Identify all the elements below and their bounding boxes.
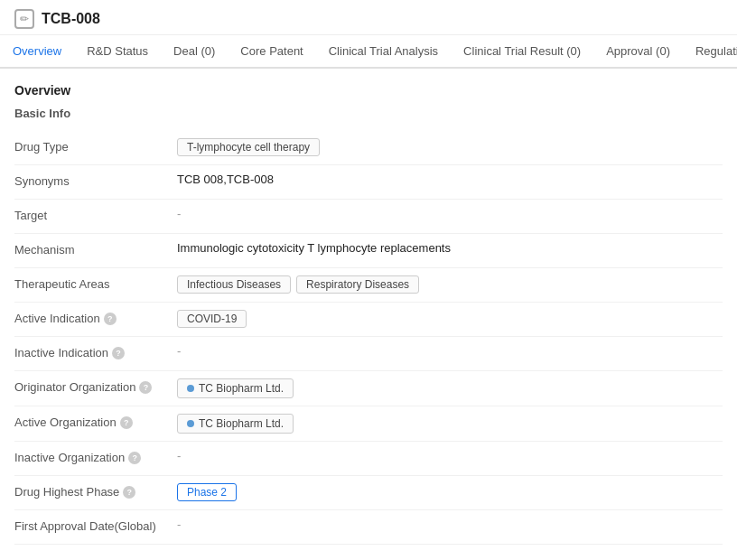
field-value-drug-highest-phase: Phase 2 — [177, 483, 723, 501]
info-row-active-org: Active Organization?TC Biopharm Ltd. — [14, 406, 723, 442]
info-row-synonyms: SynonymsTCB 008,TCB-008 — [14, 165, 723, 200]
nav-tabs: OverviewR&D StatusDeal (0)Core PatentCli… — [0, 35, 737, 69]
tab-core-patent[interactable]: Core Patent — [228, 35, 315, 69]
org-tag-originator-org: TC Biopharm Ltd. — [177, 378, 294, 398]
info-row-originator-org: Originator Organization?TC Biopharm Ltd. — [14, 371, 723, 406]
field-label-drug-type: Drug Type — [14, 138, 177, 154]
tag-drug-type: T-lymphocyte cell therapy — [177, 138, 320, 156]
tag-drug-highest-phase: Phase 2 — [177, 483, 237, 501]
tag-therapeutic-areas-infectious-diseases: Infectious Diseases — [177, 275, 291, 294]
tab-overview[interactable]: Overview — [0, 35, 74, 69]
info-row-target: Target- — [14, 200, 723, 234]
help-icon-inactive-indication[interactable]: ? — [112, 347, 125, 359]
field-label-drug-highest-phase: Drug Highest Phase? — [14, 483, 177, 499]
org-name-active-org: TC Biopharm Ltd. — [199, 417, 284, 430]
fields-container: Drug TypeT-lymphocyte cell therapySynony… — [14, 131, 723, 545]
basic-info-label: Basic Info — [14, 107, 723, 120]
org-dot-active-org — [187, 420, 194, 427]
info-row-first-approval: First Approval Date(Global)- — [14, 510, 723, 545]
page-title: TCB-008 — [42, 11, 100, 27]
field-value-originator-org: TC Biopharm Ltd. — [177, 378, 723, 398]
field-label-inactive-org: Inactive Organization? — [14, 449, 177, 464]
field-value-target: - — [177, 207, 723, 220]
field-value-therapeutic-areas: Infectious DiseasesRespiratory Diseases — [177, 275, 723, 294]
help-icon-originator-org[interactable]: ? — [139, 381, 152, 394]
title-bar: ✏ TCB-008 — [0, 0, 737, 35]
field-value-synonyms: TCB 008,TCB-008 — [177, 173, 723, 186]
field-label-active-org: Active Organization? — [14, 414, 177, 429]
tab-deal[interactable]: Deal (0) — [161, 35, 228, 69]
field-label-synonyms: Synonyms — [14, 173, 177, 188]
field-label-therapeutic-areas: Therapeutic Areas — [14, 275, 177, 291]
main-content: Overview Basic Info Drug TypeT-lymphocyt… — [0, 69, 737, 559]
field-label-target: Target — [14, 207, 177, 222]
tab-regulation[interactable]: Regulation (0) — [683, 35, 737, 69]
info-row-inactive-org: Inactive Organization?- — [14, 442, 723, 476]
edit-icon[interactable]: ✏ — [14, 9, 34, 29]
info-row-therapeutic-areas: Therapeutic AreasInfectious DiseasesResp… — [14, 268, 723, 303]
org-tag-active-org: TC Biopharm Ltd. — [177, 414, 294, 434]
tab-approval[interactable]: Approval (0) — [593, 35, 683, 69]
org-name-originator-org: TC Biopharm Ltd. — [199, 382, 284, 395]
tag-active-indication-covid-19: COVID-19 — [177, 310, 247, 328]
field-label-mechanism: Mechanism — [14, 241, 177, 257]
field-label-active-indication: Active Indication? — [14, 310, 177, 325]
help-icon-drug-highest-phase[interactable]: ? — [123, 486, 135, 499]
field-value-mechanism: Immunologic cytotoxicity T lymphocyte re… — [177, 241, 723, 255]
tag-therapeutic-areas-respiratory-diseases: Respiratory Diseases — [296, 275, 419, 294]
tab-clinical-trial-analysis[interactable]: Clinical Trial Analysis — [316, 35, 451, 69]
section-title: Overview — [14, 83, 723, 98]
field-value-first-approval: - — [177, 518, 723, 531]
info-row-active-indication: Active Indication?COVID-19 — [14, 303, 723, 337]
help-icon-active-indication[interactable]: ? — [104, 313, 117, 325]
info-row-mechanism: MechanismImmunologic cytotoxicity T lymp… — [14, 234, 723, 268]
info-row-drug-type: Drug TypeT-lymphocyte cell therapy — [14, 131, 723, 165]
field-label-originator-org: Originator Organization? — [14, 378, 177, 394]
field-value-drug-type: T-lymphocyte cell therapy — [177, 138, 723, 156]
tab-clinical-trial-result[interactable]: Clinical Trial Result (0) — [451, 35, 593, 69]
help-icon-active-org[interactable]: ? — [120, 416, 133, 429]
tab-rd-status[interactable]: R&D Status — [74, 35, 161, 69]
field-label-first-approval: First Approval Date(Global) — [14, 518, 177, 533]
help-icon-inactive-org[interactable]: ? — [128, 452, 141, 464]
field-value-inactive-indication: - — [177, 344, 723, 358]
org-dot-originator-org — [187, 385, 194, 392]
field-label-inactive-indication: Inactive Indication? — [14, 344, 177, 359]
info-row-drug-highest-phase: Drug Highest Phase?Phase 2 — [14, 476, 723, 510]
field-value-inactive-org: - — [177, 449, 723, 462]
field-value-active-indication: COVID-19 — [177, 310, 723, 328]
info-row-inactive-indication: Inactive Indication?- — [14, 337, 723, 371]
field-value-active-org: TC Biopharm Ltd. — [177, 414, 723, 434]
